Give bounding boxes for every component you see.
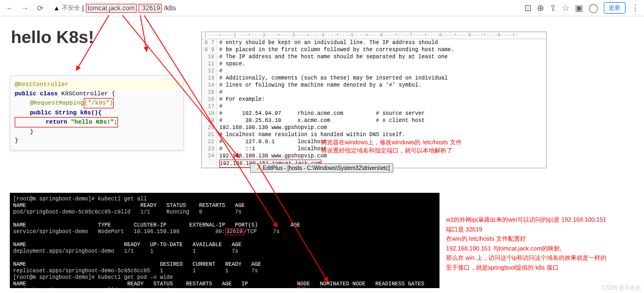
share-icon[interactable]: ⇪: [549, 3, 556, 13]
warning-icon: ▲: [53, 4, 60, 12]
extension-icon[interactable]: ▣: [575, 3, 583, 13]
ruler: |----+----1----+----2----+----3----+----…: [202, 32, 546, 39]
forward-button[interactable]: →: [20, 3, 30, 14]
editplus-icon: 📝: [254, 165, 261, 171]
editplus-titlebar: 📝 EditPlus - [hosts - C:\Windows\System3…: [250, 163, 393, 173]
translate-icon[interactable]: ⊡: [524, 3, 531, 13]
hosts-note: 浏览器在windows上，修改windows的 /etc/hosts 文件 将设…: [321, 138, 462, 155]
menu-icon[interactable]: ⋮: [631, 3, 640, 13]
reload-button[interactable]: ⟳: [35, 3, 46, 14]
address-bar[interactable]: ▲ 不安全 | tomcat.jack.com:32619/k8s: [50, 2, 520, 15]
browser-toolbar: ← → ⟳ ▲ 不安全 | tomcat.jack.com:32619/k8s …: [0, 0, 644, 16]
separator: |: [82, 4, 84, 12]
zoom-icon[interactable]: ⊕: [537, 3, 544, 13]
svg-line-2: [140, 15, 147, 52]
annotation: @RestController: [15, 81, 69, 88]
url-host: tomcat.jack.com: [86, 4, 137, 13]
terminal[interactable]: [root@m springboot-demo]# kubectl get al…: [10, 193, 439, 288]
insecure-label: 不安全: [62, 4, 80, 12]
code-snippet: @RestController public class K8SControll…: [10, 75, 184, 150]
toolbar-right: ⊡ ⊕ ⇪ ☆ ▣ ◯ 更新 ⋮: [524, 2, 640, 14]
back-button[interactable]: ←: [4, 3, 15, 14]
bookmark-icon[interactable]: ☆: [562, 3, 569, 13]
url-path: /k8s: [164, 4, 176, 12]
watermark: CSDN @毛奇志: [602, 284, 641, 292]
explanation: w1的外网ip(暴露出来的win可以访问的ip)是 192.168.100.15…: [446, 215, 636, 273]
line-gutter: 6 7 8 9 10 11 12 13 14 15 16 17 18 19 20…: [202, 39, 217, 168]
url-port: :32619: [139, 4, 162, 13]
page-heading: hello K8s!: [11, 27, 94, 47]
update-button[interactable]: 更新: [604, 2, 626, 14]
profile-icon[interactable]: ◯: [589, 3, 598, 13]
